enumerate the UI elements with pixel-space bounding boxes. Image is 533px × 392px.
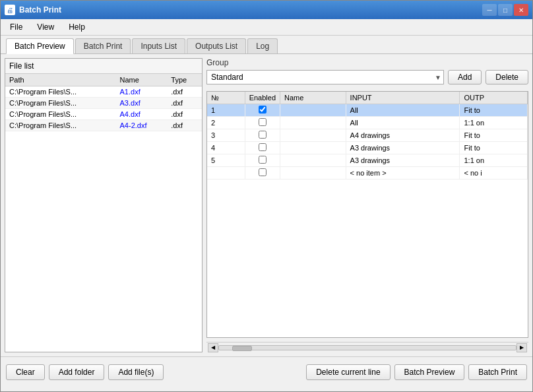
preset-input: < no item > (346, 167, 460, 180)
clear-button[interactable]: Clear (6, 364, 45, 380)
preset-input: A4 drawings (346, 129, 460, 142)
preset-table-row[interactable]: 3 A4 drawings Fit to (207, 129, 528, 142)
preset-enabled-cell[interactable] (245, 104, 280, 117)
preset-enabled-checkbox[interactable] (259, 168, 266, 176)
title-bar: 🖨 Batch Print ─ □ ✕ (1, 1, 532, 19)
preset-output: Fit to (460, 129, 528, 142)
preset-name (280, 154, 346, 167)
file-type: .dxf (167, 109, 202, 120)
add-folder-button[interactable]: Add folder (49, 364, 105, 380)
bottom-right-buttons: Delete current line Batch Preview Batch … (306, 364, 527, 380)
menu-help[interactable]: Help (65, 21, 89, 33)
group-label: Group (206, 58, 528, 67)
batch-print-button[interactable]: Batch Print (468, 364, 527, 380)
preset-table-row[interactable]: 2 All 1:1 on (207, 117, 528, 129)
horizontal-scrollbar[interactable]: ◀ ▶ (206, 342, 528, 352)
preset-output: Fit to (460, 142, 528, 154)
file-table-row[interactable]: C:\Program Files\S... A1.dxf .dxf (5, 86, 202, 98)
preset-enabled-cell[interactable] (245, 129, 280, 142)
add-group-button[interactable]: Add (448, 70, 482, 84)
preset-num: 5 (207, 154, 245, 167)
scroll-thumb[interactable] (232, 346, 252, 351)
add-files-button[interactable]: Add file(s) (108, 364, 164, 380)
delete-current-line-button[interactable]: Delete current line (306, 364, 390, 380)
preset-enabled-checkbox[interactable] (259, 131, 266, 139)
bottom-bar: Clear Add folder Add file(s) Delete curr… (1, 356, 532, 387)
preset-enabled-checkbox[interactable] (259, 118, 266, 126)
preset-table-row[interactable]: < no item > < no i (207, 167, 528, 180)
menu-file[interactable]: File (6, 21, 26, 33)
scroll-left-button[interactable]: ◀ (208, 343, 218, 352)
preset-table-row[interactable]: 5 A3 drawings 1:1 on (207, 154, 528, 167)
preset-table-wrap[interactable]: № Enabled Name INPUT OUTP 1 All Fit to 2 (206, 91, 528, 338)
group-dropdown[interactable]: Standard (206, 70, 444, 84)
file-path: C:\Program Files\S... (5, 120, 116, 131)
window-title: Batch Print (19, 5, 61, 15)
file-table-row[interactable]: C:\Program Files\S... A4-2.dxf .dxf (5, 120, 202, 131)
preset-enabled-checkbox[interactable] (259, 143, 266, 151)
col-preset-name: Name (280, 92, 346, 104)
file-type: .dxf (167, 98, 202, 109)
batch-preview-button[interactable]: Batch Preview (394, 364, 465, 380)
file-name: A1.dxf (116, 86, 168, 98)
file-table-row[interactable]: C:\Program Files\S... A3.dxf .dxf (5, 98, 202, 109)
file-table: Path Name Type C:\Program Files\S... A1.… (5, 74, 202, 131)
preset-num: 1 (207, 104, 245, 117)
right-panel: Group Standard ▼ Add Delete (206, 58, 528, 352)
file-name: A4.dxf (116, 109, 168, 120)
delete-group-button[interactable]: Delete (486, 70, 528, 84)
col-type[interactable]: Type (167, 74, 202, 86)
preset-name (280, 104, 346, 117)
preset-input: A3 drawings (346, 142, 460, 154)
preset-output: Fit to (460, 104, 528, 117)
scroll-track[interactable] (218, 345, 517, 350)
col-path[interactable]: Path (5, 74, 116, 86)
bottom-left-buttons: Clear Add folder Add file(s) (6, 364, 164, 380)
preset-num: 4 (207, 142, 245, 154)
col-name[interactable]: Name (116, 74, 168, 86)
close-button[interactable]: ✕ (514, 4, 528, 16)
tab-batch-print[interactable]: Batch Print (75, 38, 131, 53)
preset-name (280, 142, 346, 154)
file-path: C:\Program Files\S... (5, 109, 116, 120)
minimize-button[interactable]: ─ (482, 4, 497, 16)
preset-table: № Enabled Name INPUT OUTP 1 All Fit to 2 (207, 92, 528, 180)
tab-outputs-list[interactable]: Outputs List (187, 38, 246, 53)
preset-enabled-checkbox[interactable] (259, 106, 266, 114)
file-table-wrap[interactable]: Path Name Type C:\Program Files\S... A1.… (5, 74, 202, 352)
col-num: № (207, 92, 245, 104)
file-path: C:\Program Files\S... (5, 86, 116, 98)
group-select-wrap: Standard ▼ (206, 70, 444, 84)
menu-view[interactable]: View (33, 21, 58, 33)
preset-enabled-cell[interactable] (245, 154, 280, 167)
file-name: A3.dxf (116, 98, 168, 109)
preset-name (280, 167, 346, 180)
preset-output: 1:1 on (460, 117, 528, 129)
col-input: INPUT (346, 92, 460, 104)
preset-output: < no i (460, 167, 528, 180)
file-table-row[interactable]: C:\Program Files\S... A4.dxf .dxf (5, 109, 202, 120)
menu-bar: File View Help (1, 19, 532, 36)
preset-num (207, 167, 245, 180)
col-output: OUTP (460, 92, 528, 104)
preset-enabled-cell[interactable] (245, 142, 280, 154)
file-list-title: File list (5, 59, 202, 74)
scroll-right-button[interactable]: ▶ (517, 343, 527, 352)
preset-table-row[interactable]: 4 A3 drawings Fit to (207, 142, 528, 154)
preset-enabled-cell[interactable] (245, 117, 280, 129)
group-bar: Standard ▼ Add Delete (206, 67, 528, 87)
preset-name (280, 117, 346, 129)
preset-output: 1:1 on (460, 154, 528, 167)
preset-enabled-cell[interactable] (245, 167, 280, 180)
preset-enabled-checkbox[interactable] (259, 156, 266, 164)
preset-num: 2 (207, 117, 245, 129)
file-type: .dxf (167, 120, 202, 131)
toolbar-tabs: Batch Preview Batch Print Inputs List Ou… (1, 36, 532, 54)
preset-input: All (346, 104, 460, 117)
tab-batch-preview[interactable]: Batch Preview (6, 38, 74, 54)
tab-inputs-list[interactable]: Inputs List (132, 38, 185, 53)
maximize-button[interactable]: □ (498, 4, 513, 16)
tab-log[interactable]: Log (247, 38, 278, 53)
preset-table-row[interactable]: 1 All Fit to (207, 104, 528, 117)
preset-input: A3 drawings (346, 154, 460, 167)
